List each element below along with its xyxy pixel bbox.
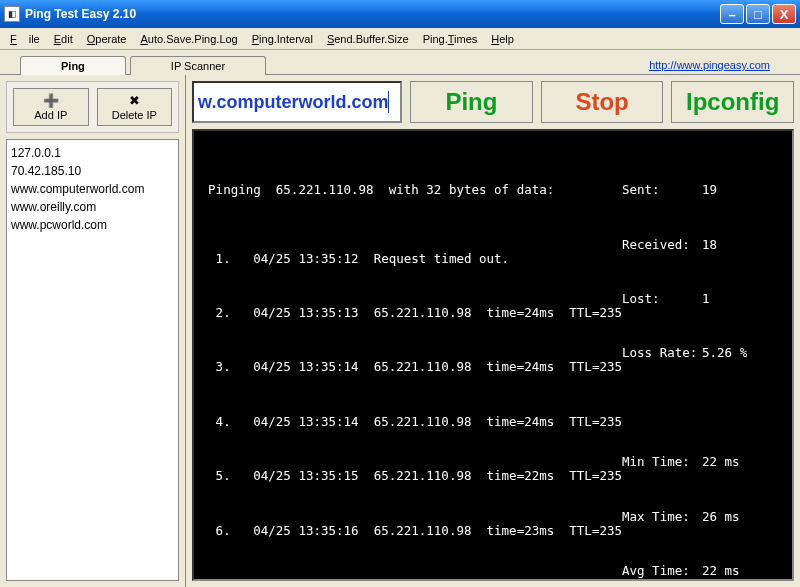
title-bar: ◧ Ping Test Easy 2.10 – □ X [0,0,800,28]
maximize-button[interactable]: □ [746,4,770,24]
tab-ipscanner[interactable]: IP Scanner [130,56,266,75]
stat-label: Sent: [622,181,702,199]
stop-button[interactable]: Stop [541,81,664,123]
menu-edit[interactable]: Edit [48,31,79,47]
stat-value: 26 ms [702,508,740,526]
right-panel: w.computerworld.com Ping Stop Ipconfig P… [186,75,800,587]
list-item[interactable]: 127.0.0.1 [11,144,174,162]
console-header: Pinging 65.221.110.98 with 32 bytes of d… [208,181,622,199]
delete-ip-icon: ✖ [125,93,143,107]
stat-label: Avg Time: [622,562,702,580]
ipconfig-button[interactable]: Ipconfig [671,81,794,123]
add-ip-icon: ➕ [42,93,60,107]
app-icon: ◧ [4,6,20,22]
menu-pingtimes[interactable]: Ping.Times [417,31,484,47]
menu-sendbuffer[interactable]: Send.Buffer.Size [321,31,415,47]
list-item[interactable]: www.pcworld.com [11,216,174,234]
stat-value: 19 [702,181,717,199]
list-item[interactable]: www.computerworld.com [11,180,174,198]
host-input-value: w.computerworld.com [198,92,388,113]
console-line: 3. 04/25 13:35:14 65.221.110.98 time=24m… [208,358,622,376]
add-ip-button[interactable]: ➕ Add IP [13,88,89,126]
text-caret [388,91,389,113]
console-line: 4. 04/25 13:35:14 65.221.110.98 time=24m… [208,413,622,431]
homepage-link[interactable]: http://www.pingeasy.com [649,59,770,71]
console-line: 5. 04/25 13:35:15 65.221.110.98 time=22m… [208,467,622,485]
stat-value: 5.26 % [702,344,747,362]
window-title: Ping Test Easy 2.10 [25,7,720,21]
content-area: ➕ Add IP ✖ Delete IP 127.0.0.1 70.42.185… [0,74,800,587]
minimize-button[interactable]: – [720,4,744,24]
console-line: 7. 04/25 13:35:16 65.221.110.98 time=23m… [208,576,622,581]
ip-button-row: ➕ Add IP ✖ Delete IP [6,81,179,133]
left-panel: ➕ Add IP ✖ Delete IP 127.0.0.1 70.42.185… [0,75,186,587]
stat-value: 18 [702,236,717,254]
ping-button[interactable]: Ping [410,81,533,123]
control-row: w.computerworld.com Ping Stop Ipconfig [192,81,794,123]
menu-help[interactable]: Help [485,31,520,47]
menu-operate[interactable]: Operate [81,31,133,47]
host-input[interactable]: w.computerworld.com [192,81,402,123]
stat-value: 22 ms [702,562,740,580]
list-item[interactable]: www.oreilly.com [11,198,174,216]
stat-label: Loss Rate: [622,344,702,362]
console-output: Pinging 65.221.110.98 with 32 bytes of d… [192,129,794,581]
console-line: 1. 04/25 13:35:12 Request timed out. [208,250,622,268]
tab-ping[interactable]: Ping [20,56,126,75]
stat-label: Received: [622,236,702,254]
console-line: 6. 04/25 13:35:16 65.221.110.98 time=23m… [208,522,622,540]
menu-autosave[interactable]: Auto.Save.Ping.Log [134,31,243,47]
console-line: 2. 04/25 13:35:13 65.221.110.98 time=24m… [208,304,622,322]
add-ip-label: Add IP [34,109,67,121]
menu-file[interactable]: File [4,31,46,47]
stat-label: Lost: [622,290,702,308]
stat-value: 22 ms [702,453,740,471]
stat-value: 1 [702,290,710,308]
delete-ip-button[interactable]: ✖ Delete IP [97,88,173,126]
close-button[interactable]: X [772,4,796,24]
list-item[interactable]: 70.42.185.10 [11,162,174,180]
window-buttons: – □ X [720,4,796,24]
menu-pinginterval[interactable]: Ping.Interval [246,31,319,47]
delete-ip-label: Delete IP [112,109,157,121]
console-stats: Sent:19 Received:18 Lost:1 Loss Rate:5.2… [622,145,782,569]
stat-label: Min Time: [622,453,702,471]
tab-row: Ping IP Scanner http://www.pingeasy.com [0,50,800,74]
ip-listbox[interactable]: 127.0.0.1 70.42.185.10 www.computerworld… [6,139,179,581]
homepage-link-zone: http://www.pingeasy.com [649,59,770,74]
menu-bar: File Edit Operate Auto.Save.Ping.Log Pin… [0,28,800,50]
stat-label: Max Time: [622,508,702,526]
console-left: Pinging 65.221.110.98 with 32 bytes of d… [208,145,622,569]
